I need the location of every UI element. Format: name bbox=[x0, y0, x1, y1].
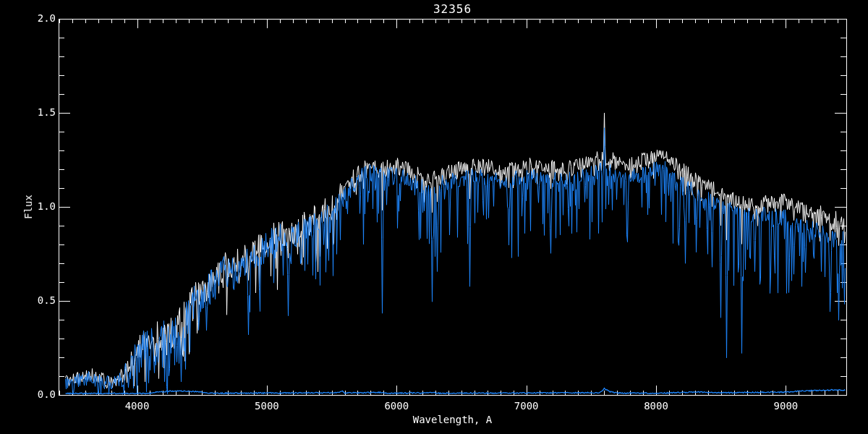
x-axis-label: Wavelength, A bbox=[59, 414, 846, 425]
y-tick-label: 1.5 bbox=[22, 106, 56, 118]
x-tick-label: 6000 bbox=[373, 400, 420, 412]
y-tick-label: 0.5 bbox=[22, 294, 56, 306]
chart-title: 32356 bbox=[59, 2, 846, 16]
spectrum-canvas bbox=[0, 0, 868, 434]
y-tick-label: 1.0 bbox=[22, 200, 56, 212]
x-tick-label: 7000 bbox=[503, 400, 550, 412]
x-tick-label: 4000 bbox=[114, 400, 161, 412]
x-tick-label: 5000 bbox=[244, 400, 290, 412]
y-tick-label: 0.0 bbox=[22, 388, 56, 400]
y-tick-label: 2.0 bbox=[22, 12, 56, 24]
x-tick-label: 9000 bbox=[762, 400, 809, 412]
spectrum-figure: 32356 Wavelength, A Flux 400050006000700… bbox=[0, 0, 868, 434]
x-tick-label: 8000 bbox=[633, 400, 679, 412]
